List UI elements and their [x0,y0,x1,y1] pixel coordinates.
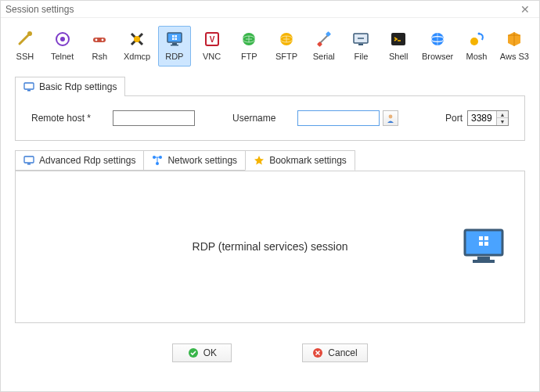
svg-rect-24 [391,33,405,45]
svg-rect-32 [24,156,34,163]
session-settings-window: Session settings ✕ SSHTelnetRshXdmcpRDPV… [0,0,540,392]
monitor-icon [23,156,34,165]
remote-host-label: Remote host * [31,113,91,124]
protocol-label: Rsh [92,52,108,61]
protocol-shell-button[interactable]: Shell [382,26,415,67]
vnc-icon: V [203,30,221,49]
tab-advanced-label: Advanced Rdp settings [39,155,135,166]
cancel-button[interactable]: Cancel [302,343,367,362]
ftp-icon [239,30,258,49]
svg-rect-23 [358,44,363,45]
protocol-label: Serial [313,52,335,61]
tab-network-settings[interactable]: Network settings [143,150,246,171]
protocol-sftp-button[interactable]: SFTP [270,26,303,67]
cancel-icon [312,347,323,358]
svg-rect-9 [171,45,178,46]
svg-rect-8 [172,43,177,45]
protocol-ssh-button[interactable]: SSH [9,26,41,67]
svg-rect-43 [484,242,488,246]
svg-point-4 [95,39,98,41]
session-description: RDP (terminal services) session [193,240,348,253]
close-icon[interactable]: ✕ [516,3,535,16]
svg-point-5 [102,39,104,41]
username-input[interactable] [297,110,380,126]
sub-tabs: Advanced Rdp settings Network settings B… [15,150,525,171]
protocol-vnc-button[interactable]: VVNC [196,26,229,67]
svg-point-27 [470,38,478,45]
username-label: Username [232,113,275,124]
protocol-rsh-button[interactable]: Rsh [83,26,116,67]
basic-settings-group: Basic Rdp settings Remote host * Usernam… [15,76,525,141]
sftp-icon [277,30,296,49]
svg-rect-33 [27,164,31,165]
protocol-label: File [355,52,369,61]
svg-text:V: V [209,35,214,44]
protocol-serial-button[interactable]: Serial [308,26,340,67]
protocol-label: Mosh [466,52,487,61]
protocol-label: Aws S3 [500,52,529,61]
svg-rect-38 [477,257,490,260]
browser-icon [428,30,447,49]
protocol-browser-button[interactable]: Browser [419,26,455,67]
remote-host-input[interactable] [113,110,195,126]
protocol-rdp-button[interactable]: RDP [158,26,191,67]
svg-rect-10 [172,35,175,38]
port-input[interactable] [468,111,496,125]
ok-button[interactable]: OK [172,343,232,362]
svg-point-28 [477,33,480,35]
svg-point-2 [60,37,65,41]
svg-point-0 [27,31,32,36]
protocol-ftp-button[interactable]: FTP [232,26,265,67]
port-label: Port [445,113,463,124]
protocol-awss3-button[interactable]: Aws S3 [498,26,531,67]
svg-point-31 [389,115,393,119]
protocol-label: Telnet [51,52,74,61]
protocol-telnet-button[interactable]: Telnet [46,26,79,67]
port-down-icon[interactable]: ▼ [497,118,508,125]
protocol-label: SSH [16,52,34,61]
xdmcp-icon [128,30,146,49]
protocol-xdmcp-button[interactable]: Xdmcp [121,26,153,67]
svg-rect-41 [484,236,488,240]
file-icon [351,30,370,49]
ok-label: OK [203,347,217,358]
mosh-icon [467,30,486,49]
svg-rect-39 [473,260,495,263]
protocol-file-button[interactable]: File [345,26,378,67]
svg-rect-13 [175,38,177,41]
protocol-label: Shell [389,52,408,61]
svg-rect-12 [172,38,175,41]
rdp-icon [165,30,184,49]
tab-basic-rdp[interactable]: Basic Rdp settings [15,77,125,96]
cancel-label: Cancel [328,347,357,358]
rsh-icon [90,30,109,49]
awss3-icon [505,30,524,49]
network-icon [152,155,163,166]
svg-rect-7 [167,33,182,42]
user-picker-button[interactable] [383,110,398,126]
tab-bookmark-label: Bookmark settings [269,155,347,166]
svg-rect-42 [479,242,483,246]
svg-rect-11 [175,35,177,38]
protocol-label: Xdmcp [124,52,150,61]
svg-point-6 [134,36,140,42]
port-up-icon[interactable]: ▲ [497,111,508,118]
titlebar: Session settings ✕ [1,1,539,18]
protocol-toolbar: SSHTelnetRshXdmcpRDPVVNCFTPSFTPSerialFil… [1,18,539,71]
tab-bookmark-settings[interactable]: Bookmark settings [245,150,355,171]
window-title: Session settings [5,4,74,15]
protocol-label: RDP [165,52,183,61]
protocol-mosh-button[interactable]: Mosh [460,26,493,67]
rdp-hero-icon [462,227,506,266]
port-spinner[interactable]: ▲ ▼ [467,110,509,126]
serial-icon [315,30,333,49]
tab-advanced-rdp[interactable]: Advanced Rdp settings [15,150,144,171]
protocol-label: VNC [203,52,221,61]
svg-rect-30 [27,90,31,92]
session-description-panel: RDP (terminal services) session [15,171,525,323]
svg-rect-37 [465,230,502,255]
ok-icon [188,347,199,358]
protocol-label: Browser [422,52,453,61]
shell-icon [389,30,408,49]
svg-rect-40 [479,236,483,240]
